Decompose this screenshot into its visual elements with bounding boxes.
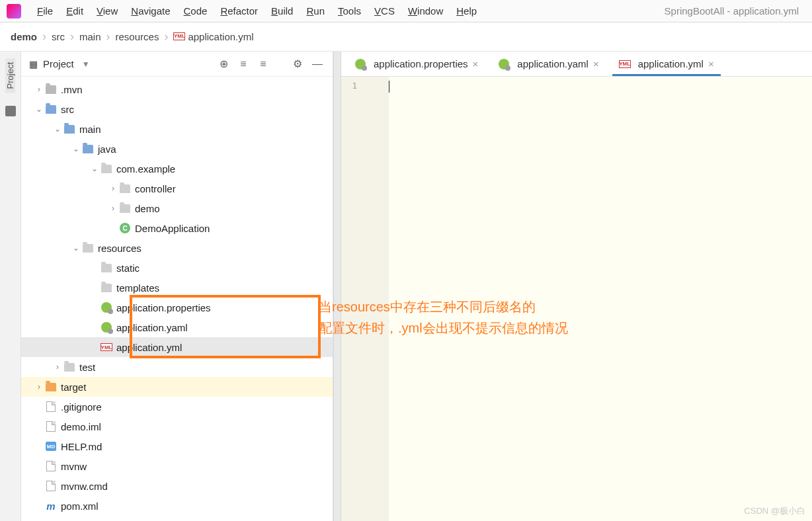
tree-node[interactable]: ⌄resources	[21, 238, 333, 258]
tree-node[interactable]: ›test	[21, 357, 333, 377]
chevron-down-icon[interactable]: ⌄	[71, 144, 81, 153]
breadcrumb-root[interactable]: demo	[11, 31, 37, 42]
folder-icon	[44, 85, 58, 94]
tree-node[interactable]: MDHELP.md	[21, 436, 333, 456]
bookmark-tool-icon[interactable]	[5, 106, 16, 116]
menu-vcs[interactable]: VCS	[368, 5, 401, 17]
line-number: 1	[341, 81, 357, 91]
tool-window-stripe: Project	[0, 52, 21, 521]
tree-label: resources	[98, 243, 142, 254]
tree-node[interactable]: ›.mvn	[21, 79, 333, 99]
gear-icon[interactable]: ⚙	[290, 57, 305, 71]
menu-file[interactable]: File	[30, 5, 60, 17]
splitter[interactable]	[333, 52, 341, 521]
app-logo-icon	[7, 4, 21, 19]
menu-view[interactable]: View	[90, 5, 124, 17]
tree-node[interactable]: demo.iml	[21, 417, 333, 436]
tree-label: main	[79, 124, 101, 135]
editor-tabs: application.properties×application.yaml×…	[341, 52, 812, 77]
breadcrumb-leaf[interactable]: application.yml	[188, 31, 253, 42]
project-tool-button[interactable]: Project	[5, 58, 15, 93]
yml-file-icon: YML	[173, 32, 185, 42]
chevron-right-icon[interactable]: ›	[34, 85, 44, 94]
tree-node[interactable]: application.properties	[21, 298, 333, 317]
menu-window[interactable]: Window	[401, 5, 450, 17]
tree-label: mvnw	[61, 461, 87, 472]
folder-dim-icon	[99, 165, 114, 173]
menu-help[interactable]: Help	[450, 5, 483, 17]
window-title: SpringBootAll - application.yml	[665, 5, 805, 17]
tree-label: src	[61, 104, 74, 115]
chevron-right-icon[interactable]: ›	[53, 362, 62, 372]
editor-body: 1	[341, 77, 812, 521]
tree-node[interactable]: ⌄main	[21, 119, 333, 139]
dropdown-icon[interactable]: ▼	[82, 60, 90, 69]
breadcrumb: demo › src › main › resources › YML appl…	[0, 22, 812, 52]
tree-node[interactable]: YMLapplication.yml	[21, 337, 333, 357]
tree-node[interactable]: ⌄src	[21, 99, 333, 119]
menu-bar: FileEditViewNavigateCodeRefactorBuildRun…	[0, 0, 812, 22]
chevron-right-icon: ›	[106, 30, 110, 44]
close-icon[interactable]: ×	[473, 58, 479, 69]
chevron-down-icon[interactable]: ⌄	[53, 124, 62, 134]
tree-label: HELP.md	[61, 441, 102, 452]
chevron-down-icon[interactable]: ⌄	[71, 243, 81, 253]
tree-node[interactable]: static	[21, 258, 333, 278]
collapse-all-icon[interactable]: ≡	[256, 57, 270, 71]
tree-node[interactable]: ⌄java	[21, 139, 333, 159]
tree-label: templates	[116, 282, 159, 294]
tree-node[interactable]: ⌄com.example	[21, 159, 333, 179]
tree-label: demo.iml	[61, 421, 101, 432]
tree-node[interactable]: CDemoApplication	[21, 218, 333, 238]
chevron-right-icon[interactable]: ›	[108, 184, 118, 193]
close-icon[interactable]: ×	[593, 58, 599, 69]
folder-dim-icon	[62, 363, 77, 372]
chevron-right-icon[interactable]: ›	[108, 204, 118, 213]
green-icon	[498, 59, 510, 69]
chevron-down-icon[interactable]: ⌄	[34, 104, 44, 114]
tree-node[interactable]: application.yaml	[21, 317, 333, 337]
chevron-down-icon[interactable]: ⌄	[90, 164, 99, 173]
menu-navigate[interactable]: Navigate	[124, 5, 177, 17]
tree-label: static	[116, 262, 140, 274]
hide-icon[interactable]: —	[310, 57, 325, 71]
file-icon	[44, 461, 58, 471]
expand-all-icon[interactable]: ≡	[236, 57, 251, 71]
tree-node[interactable]: templates	[21, 278, 333, 298]
tab-label: application.properties	[374, 58, 468, 69]
tab-label: application.yml	[638, 58, 704, 69]
tree-node[interactable]: .gitignore	[21, 397, 333, 417]
chevron-right-icon[interactable]: ›	[34, 382, 44, 391]
menu-tools[interactable]: Tools	[331, 5, 368, 17]
tree-label: com.example	[116, 163, 175, 175]
editor-tab[interactable]: YMLapplication.yml×	[612, 54, 721, 76]
project-tree[interactable]: ›.mvn⌄src⌄main⌄java⌄com.example›controll…	[21, 77, 333, 521]
tree-label: test	[79, 362, 95, 373]
green-icon	[354, 59, 366, 69]
chevron-right-icon: ›	[70, 30, 74, 44]
menu-run[interactable]: Run	[300, 5, 331, 17]
tree-node[interactable]: ›target	[21, 377, 333, 397]
tree-node[interactable]: mpom.xml	[21, 496, 333, 516]
menu-build[interactable]: Build	[264, 5, 300, 17]
folder-orange-icon	[44, 383, 58, 391]
menu-edit[interactable]: Edit	[60, 5, 90, 17]
editor-tab[interactable]: application.yaml×	[491, 54, 605, 76]
editor-tab[interactable]: application.properties×	[348, 54, 485, 76]
project-pane-title[interactable]: Project	[43, 58, 74, 69]
locate-icon[interactable]: ⊕	[216, 57, 231, 71]
tree-node[interactable]: ›demo	[21, 198, 333, 218]
breadcrumb-item[interactable]: resources	[116, 31, 159, 42]
yml-icon: YML	[99, 343, 114, 351]
file-icon	[44, 421, 58, 432]
tree-node[interactable]: ›controller	[21, 179, 333, 198]
breadcrumb-item[interactable]: main	[79, 31, 101, 42]
project-pane: ▦ Project ▼ ⊕ ≡ ≡ ⚙ — ›.mvn⌄src⌄main⌄jav…	[21, 52, 333, 521]
tree-node[interactable]: mvnw.cmd	[21, 476, 333, 496]
menu-code[interactable]: Code	[177, 5, 214, 17]
editor-code[interactable]	[389, 77, 812, 521]
tree-node[interactable]: mvnw	[21, 456, 333, 476]
menu-refactor[interactable]: Refactor	[214, 5, 264, 17]
close-icon[interactable]: ×	[708, 58, 714, 69]
breadcrumb-item[interactable]: src	[52, 31, 65, 42]
